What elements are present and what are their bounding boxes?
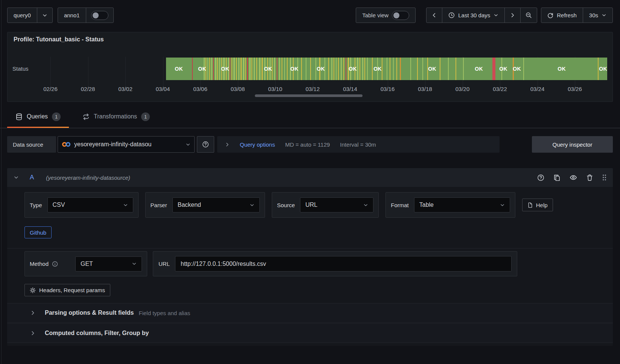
query-ref-button[interactable]: query0 [8,8,37,23]
state-stripe [236,58,237,80]
state-stripe [396,58,397,80]
table-view-control: Table view [356,8,415,23]
toggle-knob [393,12,399,18]
query-ref-dropdown-button[interactable] [37,8,52,23]
method-field: Method GET [24,251,147,276]
url-input[interactable]: http://127.0.0.1:5000/results.csv [175,256,512,271]
state-stripe [192,58,193,80]
zoom-out-button[interactable] [520,8,537,23]
axis-tick-label: 03/16 [381,86,395,92]
annotation-toggle[interactable] [91,11,108,20]
parser-label: Parser [151,202,167,208]
format-field: Format Table [385,192,515,218]
axis-tick-label: 03/12 [306,86,320,92]
datasource-picker[interactable]: yesoreyeram-infinity-datasou [58,136,195,153]
grid-line [125,57,126,88]
chevron-down-icon [132,261,137,266]
horizontal-scrollbar[interactable] [255,94,363,97]
method-select[interactable]: GET [75,256,142,271]
section-parsing-options[interactable]: Parsing options & Result fields Field ty… [7,303,613,323]
section-title: Parsing options & Result fields [45,309,134,316]
time-range-group: Last 30 days [426,8,537,23]
datasource-help-button[interactable] [197,136,214,153]
state-stripe [243,58,244,80]
headers-request-params-button[interactable]: Headers, Request params [24,284,110,296]
tab-queries[interactable]: Queries 1 [7,105,69,128]
state-ok-label: OK [198,58,206,80]
query-options-label[interactable]: Query options [240,141,275,148]
help-button[interactable]: Help [522,199,553,211]
axis-tick-label: 03/14 [343,86,357,92]
chevron-down-icon [186,142,190,147]
help-button-label: Help [536,202,548,208]
refresh-interval-button[interactable]: 30s [583,8,612,23]
method-value: GET [81,261,93,267]
axis-tick-label: 03/02 [118,86,133,92]
refresh-icon [547,12,553,18]
help-icon[interactable] [537,174,544,181]
state-stripe [306,58,306,80]
state-stripe [400,58,401,80]
axis-tick-label: 03/24 [530,86,545,92]
annotation-label: anno1 [64,12,80,18]
drag-handle-icon[interactable] [602,174,606,181]
clock-icon [448,12,455,18]
method-label: Method [30,261,49,267]
state-stripe [279,58,280,80]
state-stripe [440,58,440,80]
refresh-label: Refresh [557,12,577,18]
section-computed-columns[interactable]: Computed columns, Filter, Group by [7,323,613,343]
datasource-label: Data source [7,136,56,153]
state-ok-label: OK [499,58,507,80]
trash-icon[interactable] [586,174,593,181]
query-body: Type CSV Parser Backend Source URL [7,187,613,346]
annotation-button[interactable]: anno1 [58,8,86,23]
state-ok-label: OK [475,58,483,80]
source-select[interactable]: URL [300,197,373,212]
time-shift-back-button[interactable] [427,8,442,23]
query-ref-id[interactable]: A [30,174,34,181]
state-stripe [284,58,285,80]
collapse-chevron-icon[interactable] [14,175,19,180]
state-stripe [219,58,220,80]
state-stripe [277,58,277,80]
refresh-button[interactable]: Refresh [541,8,583,23]
axis-tick-label: 03/08 [231,86,245,92]
active-tab-underline [7,127,69,128]
query-inspector-button[interactable]: Query inspector [532,136,613,153]
state-stripe [232,58,232,80]
state-stripe [360,58,360,80]
state-stripe [387,58,387,80]
table-view-toggle[interactable] [392,11,409,20]
state-stripe [217,58,218,80]
format-select[interactable]: Table [414,197,510,212]
github-button[interactable]: Github [24,226,52,238]
query-ref-label: query0 [14,12,31,18]
time-shift-forward-button[interactable] [504,8,520,23]
chevron-down-icon [363,203,368,208]
chevron-down-icon [123,203,128,208]
tab-transformations-count: 1 [141,112,150,121]
panel-title[interactable]: Profile: Tutonaut_basic - Status [8,32,612,47]
state-stripe [207,58,208,80]
database-icon [15,113,23,120]
query-options-strip[interactable]: Query options MD = auto = 1129 Interval … [217,136,500,153]
time-range-picker[interactable]: Last 30 days [442,8,504,23]
grid-line [163,57,163,88]
state-stripe [367,58,368,80]
type-select[interactable]: CSV [47,197,133,212]
gear-icon [30,287,36,293]
headers-button-label: Headers, Request params [39,287,105,293]
parser-value: Backend [178,202,201,208]
state-stripe [247,58,248,80]
state-stripe [455,58,456,80]
parser-select[interactable]: Backend [172,197,260,212]
state-ok-label: OK [290,58,299,80]
tab-transformations[interactable]: Transformations 1 [74,105,158,128]
state-stripe [336,58,337,80]
duplicate-icon[interactable] [553,174,561,181]
eye-icon[interactable] [570,174,577,181]
max-data-points-text: MD = auto = 1129 [285,141,330,148]
axis-tick-label: 02/26 [43,86,58,92]
series-row-label: Status [12,65,29,72]
